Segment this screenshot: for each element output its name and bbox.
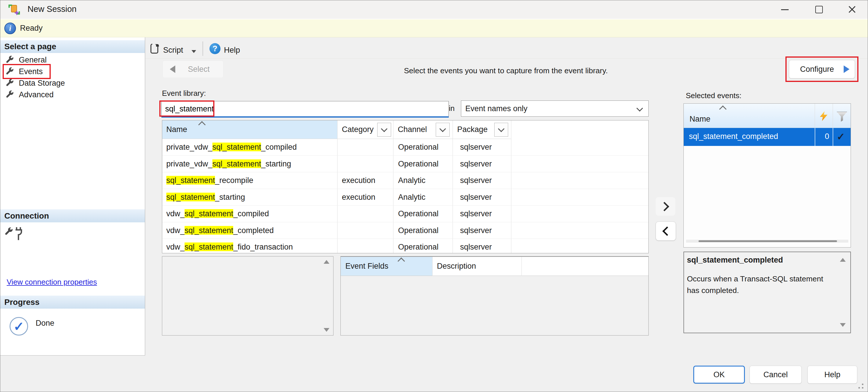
package-cell: sqlserver: [460, 143, 492, 152]
event-description-text: Occurs when a Transact-SQL statement has…: [687, 273, 835, 296]
connection-header: Connection: [0, 209, 145, 222]
event-name-cell: sql_statement_starting: [166, 193, 245, 201]
scrollbar-thumb[interactable]: [699, 240, 837, 242]
add-event-button[interactable]: [656, 197, 675, 216]
channel-cell: Analytic: [398, 176, 426, 185]
event-fields-table: Event Fields Description: [340, 256, 649, 335]
script-icon: [149, 43, 160, 56]
event-row[interactable]: vdw_sql_statement_completed Operational …: [162, 222, 648, 239]
header-filler: [522, 257, 648, 276]
column-header-description[interactable]: Description: [432, 257, 522, 276]
horizontal-scrollbar[interactable]: [686, 240, 848, 242]
minimize-button[interactable]: [771, 1, 799, 18]
select-button-label: Select: [188, 65, 210, 74]
new-session-dialog: New Session i Ready Select a page Genera…: [0, 0, 868, 392]
event-name-cell: sql_statement_recompile: [166, 176, 253, 185]
info-icon: i: [4, 23, 16, 34]
toolbar-separator: [203, 41, 203, 56]
select-a-page-header: Select a page: [0, 40, 145, 53]
event-name-cell: vdw_sql_statement_completed: [166, 226, 274, 235]
channel-filter-dropdown[interactable]: [436, 123, 450, 137]
sidebar: Select a page General Events Data Storag…: [0, 37, 145, 356]
event-row[interactable]: vdw_sql_statement_fido_transaction Opera…: [162, 239, 648, 256]
ok-button[interactable]: OK: [693, 366, 745, 384]
category-cell: execution: [342, 176, 375, 185]
sidebar-item-label: Events: [19, 67, 43, 76]
status-bar: i Ready: [0, 19, 868, 37]
cancel-button[interactable]: Cancel: [749, 366, 802, 384]
event-row[interactable]: sql_statement_recompile execution Analyt…: [162, 172, 648, 189]
sort-ascending-icon: [198, 121, 206, 128]
package-cell: sqlserver: [460, 209, 492, 218]
close-button[interactable]: [838, 1, 866, 18]
maximize-button[interactable]: [805, 1, 833, 18]
category-filter-dropdown[interactable]: [377, 123, 391, 137]
selected-column-name: Name: [689, 115, 710, 124]
minimize-icon: [781, 9, 788, 10]
selected-event-row[interactable]: sql_statement_completed 0 ✓: [684, 128, 850, 146]
channel-cell: Operational: [398, 242, 439, 252]
column-header-name-label: Name: [166, 125, 187, 134]
footer-help-button[interactable]: Help: [807, 366, 857, 384]
progress-header: Progress: [0, 296, 145, 308]
sidebar-item-events[interactable]: Events: [0, 66, 145, 77]
forward-arrow-icon: [844, 65, 849, 73]
select-button[interactable]: Select: [162, 61, 223, 78]
script-button[interactable]: Script: [163, 46, 183, 55]
event-row[interactable]: sql_statement_starting execution Analyti…: [162, 189, 648, 206]
close-icon: [848, 5, 857, 14]
app-icon: [8, 4, 21, 18]
configure-button[interactable]: Configure: [789, 60, 855, 78]
wrench-icon: [5, 78, 14, 89]
sort-ascending-icon: [719, 105, 726, 112]
chevron-right-icon: [660, 202, 669, 211]
selected-events-table: Name sql_statement_completed 0 ✓: [683, 103, 851, 248]
done-icon: ✓: [9, 317, 28, 335]
event-row[interactable]: private_vdw_sql_statement_compiled Opera…: [162, 139, 648, 156]
wrench-icon: [5, 90, 14, 100]
resize-grip[interactable]: [855, 384, 865, 391]
instruction-text: Select the events you want to capture fr…: [296, 66, 716, 75]
chevron-left-icon: [662, 226, 672, 236]
column-header-description-label: Description: [437, 262, 476, 271]
wrench-icon: [5, 66, 14, 77]
vertical-scrollbar[interactable]: [322, 258, 332, 333]
selected-events-label: Selected events:: [686, 91, 741, 100]
script-dropdown-arrow-icon[interactable]: [191, 50, 196, 53]
highlight: sql_statement: [212, 143, 261, 152]
toolbar-help-button[interactable]: Help: [224, 46, 240, 55]
event-library-search-input[interactable]: [161, 101, 449, 118]
package-cell: sqlserver: [460, 159, 492, 168]
channel-cell: Operational: [398, 226, 439, 235]
scroll-down-icon[interactable]: [323, 328, 330, 332]
toolbar-divider: [145, 58, 868, 59]
column-header-event-fields[interactable]: Event Fields: [341, 257, 432, 276]
chevron-down-icon: [439, 126, 446, 132]
scroll-down-icon[interactable]: [840, 323, 846, 327]
selected-events-header[interactable]: Name: [684, 104, 850, 128]
checkmark-icon: ✓: [837, 131, 845, 142]
view-connection-properties-link[interactable]: View connection properties: [7, 277, 97, 287]
package-filter-dropdown[interactable]: [494, 123, 508, 137]
column-header-event-fields-label: Event Fields: [345, 262, 389, 271]
sidebar-item-data-storage[interactable]: Data Storage: [0, 77, 145, 89]
highlight: sql_statement: [185, 209, 233, 218]
sidebar-item-advanced[interactable]: Advanced: [0, 89, 145, 100]
scroll-up-icon[interactable]: [840, 258, 846, 262]
event-row[interactable]: vdw_sql_statement_compiled Operational s…: [162, 205, 648, 222]
titlebar[interactable]: New Session: [0, 0, 868, 19]
channel-cell: Operational: [398, 159, 439, 168]
column-header-name[interactable]: Name: [162, 121, 337, 139]
event-row[interactable]: private_vdw_sql_statement_starting Opera…: [162, 156, 648, 172]
event-actions-count: 0: [815, 132, 829, 141]
search-scope-dropdown[interactable]: Event names only: [461, 100, 649, 117]
column-header-category-label: Category: [342, 125, 374, 134]
lightning-icon: [820, 111, 828, 121]
maximize-icon: [815, 6, 823, 13]
filter-icon: [837, 112, 847, 122]
sidebar-item-general[interactable]: General: [0, 54, 145, 66]
package-cell: sqlserver: [460, 226, 492, 235]
remove-event-button[interactable]: [656, 222, 676, 240]
event-name-cell: vdw_sql_statement_compiled: [166, 209, 269, 218]
scroll-up-icon[interactable]: [323, 260, 330, 264]
